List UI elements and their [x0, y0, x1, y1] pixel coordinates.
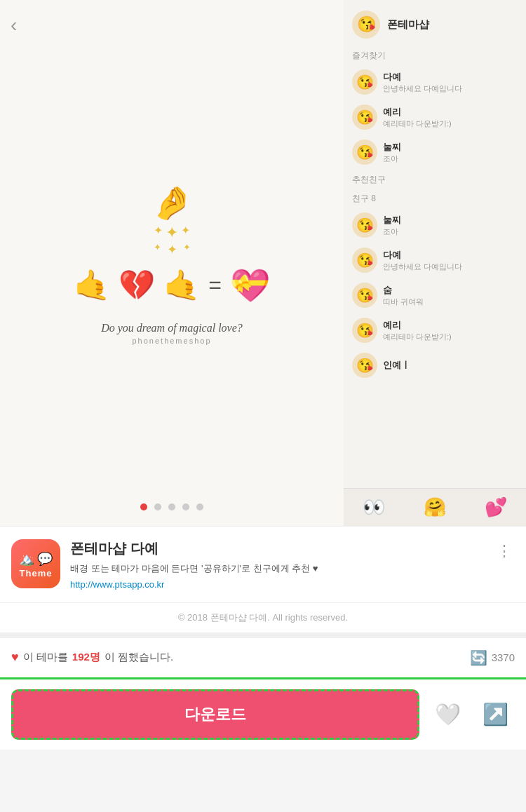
friend-item-1[interactable]: 😘 눌찌 조아: [344, 208, 526, 243]
favorite-msg-2: 예리테마 다운받기:): [383, 119, 518, 129]
heart-action-button[interactable]: 🤍: [428, 695, 467, 734]
pagination-dots: [140, 503, 203, 510]
favorites-label: 즐겨찾기: [344, 46, 526, 65]
favorite-avatar-3: 😘: [352, 140, 377, 165]
shop-name: 폰테마샵: [387, 18, 429, 32]
friend-item-4[interactable]: 😘 예리 예리테마 다운받기:): [344, 313, 526, 348]
heart-filled-icon: ♥: [11, 650, 19, 665]
preview-tagline-area: Do you dream of magical love? phonetheme…: [101, 322, 243, 345]
recommended-label: 추천친구: [344, 170, 526, 189]
friend-name-3: 숨: [383, 284, 518, 297]
favorite-name-3: 눌찌: [383, 141, 518, 154]
likes-suffix: 이 찜했습니다.: [104, 651, 173, 664]
icon-chat: 💬: [37, 551, 53, 567]
friend-msg-4: 예리테마 다운받기:): [383, 332, 518, 342]
copyright-section: © 2018 폰테마샵 다예. All rights reserved.: [0, 602, 526, 632]
friend-item-2[interactable]: 😘 다예 안녕하세요 다예입니다: [344, 243, 526, 278]
favorite-msg-3: 조아: [383, 154, 518, 164]
more-options-button[interactable]: ⋮: [494, 539, 515, 563]
share-count-area: 🔄 3370: [470, 649, 515, 666]
app-title: 폰테마샵 다예: [70, 539, 484, 558]
app-info-section: 🏔️ 💬 Theme 폰테마샵 다예 배경 또는 테마가 마음에 든다면 '공유…: [0, 526, 526, 602]
dot-1[interactable]: [140, 503, 147, 510]
share-count-value: 3370: [492, 651, 515, 663]
favorite-item-3[interactable]: 😘 눌찌 조아: [344, 135, 526, 170]
share-action-button[interactable]: ↗️: [476, 695, 515, 734]
likes-count: 192명: [72, 651, 100, 664]
heart-outline-icon: 🤍: [435, 702, 461, 726]
hug-icon[interactable]: 🤗: [424, 496, 446, 518]
theme-preview-panel: ‹ 🤌 ✦ ✦ ✦ ✦ ✦ ✦: [0, 0, 344, 526]
preview-subtitle: phonethemeshop: [101, 337, 243, 345]
dot-4[interactable]: [182, 503, 189, 510]
favorite-item-1[interactable]: 😘 다예 안녕하세요 다예입니다: [344, 65, 526, 100]
dot-5[interactable]: [196, 503, 203, 510]
download-button[interactable]: 다운로드: [11, 689, 419, 740]
app-link[interactable]: http://www.ptsapp.co.kr: [70, 579, 484, 590]
favorite-avatar-1: 😘: [352, 69, 377, 95]
top-section: ‹ 🤌 ✦ ✦ ✦ ✦ ✦ ✦: [0, 0, 526, 526]
favorite-avatar-2: 😘: [352, 104, 377, 130]
favorite-name-2: 예리: [383, 106, 518, 119]
equation-row: 🤙 💔 🤙 = 💝: [74, 266, 270, 304]
favorite-msg-1: 안녕하세요 다예입니다: [383, 83, 518, 94]
app-icon: 🏔️ 💬 Theme: [11, 539, 60, 588]
emoji-art: 🤌 ✦ ✦ ✦ ✦ ✦ ✦ 🤙 💔 🤙: [74, 182, 270, 304]
friend-item-3[interactable]: 😘 숨 띠바 귀여워: [344, 278, 526, 313]
likes-prefix: 이 테마를: [23, 651, 68, 664]
app-details: 폰테마샵 다예 배경 또는 테마가 마음에 든다면 '공유하기'로 친구에게 추…: [70, 539, 484, 590]
friend-msg-1: 조아: [383, 226, 518, 237]
back-button[interactable]: ‹: [11, 14, 17, 36]
friend-msg-2: 안녕하세요 다예입니다: [383, 262, 518, 272]
preview-tagline: Do you dream of magical love?: [101, 322, 243, 334]
shop-avatar: 😘: [352, 11, 380, 39]
friends-label: 친구 8: [344, 189, 526, 208]
pointing-hand-left: 🤙: [74, 268, 110, 302]
app-description: 배경 또는 테마가 마음에 든다면 '공유하기'로 친구에게 추천 ♥: [70, 562, 484, 576]
magic-heart: 💝: [230, 266, 270, 304]
friends-panel: 😘 폰테마샵 즐겨찾기 😘 다예 안녕하세요 다예입니다 😘 예리 예리테마 다…: [344, 0, 526, 526]
friend-avatar-3: 😘: [352, 283, 377, 308]
shop-header: 😘 폰테마샵: [344, 0, 526, 46]
friend-name-5: 인예ㅣ: [383, 359, 518, 372]
app-icon-label: Theme: [17, 568, 55, 581]
share-count-icon: 🔄: [470, 649, 487, 666]
friend-avatar-5: 😘: [352, 353, 377, 378]
friend-info-1: 눌찌 조아: [383, 214, 518, 237]
friend-avatar-1: 😘: [352, 212, 377, 238]
friend-name-1: 눌찌: [383, 214, 518, 226]
app-icon-top: 🏔️ 💬: [15, 547, 57, 568]
eyes-icon[interactable]: 👀: [363, 496, 385, 518]
share-icon: ↗️: [483, 702, 508, 726]
right-toolbar: 👀 🤗 💕: [344, 488, 526, 526]
dot-2[interactable]: [154, 503, 161, 510]
copyright-text: © 2018 폰테마샵 다예. All rights reserved.: [178, 612, 348, 623]
pointing-hand-right: 🤙: [163, 268, 200, 302]
friend-info-3: 숨 띠바 귀여워: [383, 284, 518, 307]
equals-sign: =: [208, 272, 222, 298]
friend-item-5[interactable]: 😘 인예ㅣ: [344, 348, 526, 383]
friend-msg-3: 띠바 귀여워: [383, 297, 518, 307]
broken-heart: 💔: [119, 268, 155, 302]
heart-toolbar-icon[interactable]: 💕: [485, 496, 507, 518]
likes-text: ♥ 이 테마를 192명이 찜했습니다.: [11, 650, 173, 665]
preview-content: 🤌 ✦ ✦ ✦ ✦ ✦ ✦ 🤙 💔 🤙: [74, 182, 270, 345]
friend-info-4: 예리 예리테마 다운받기:): [383, 319, 518, 342]
favorite-info-2: 예리 예리테마 다운받기:): [383, 106, 518, 129]
friend-name-4: 예리: [383, 319, 518, 332]
friend-info-5: 인예ㅣ: [383, 359, 518, 372]
friend-avatar-2: 😘: [352, 248, 377, 273]
hand-sparkle: 🤌 ✦ ✦ ✦ ✦ ✦ ✦: [152, 182, 192, 257]
favorite-name-1: 다예: [383, 71, 518, 83]
action-bar: 다운로드 🤍 ↗️: [0, 677, 526, 750]
icon-landscape: 🏔️: [19, 551, 34, 567]
friend-avatar-4: 😘: [352, 318, 377, 343]
friend-info-2: 다예 안녕하세요 다예입니다: [383, 249, 518, 272]
favorite-item-2[interactable]: 😘 예리 예리테마 다운받기:): [344, 100, 526, 135]
likes-section: ♥ 이 테마를 192명이 찜했습니다. 🔄 3370: [0, 632, 526, 677]
favorite-info-1: 다예 안녕하세요 다예입니다: [383, 71, 518, 94]
dot-3[interactable]: [168, 503, 175, 510]
friend-name-2: 다예: [383, 249, 518, 262]
favorite-info-3: 눌찌 조아: [383, 141, 518, 164]
